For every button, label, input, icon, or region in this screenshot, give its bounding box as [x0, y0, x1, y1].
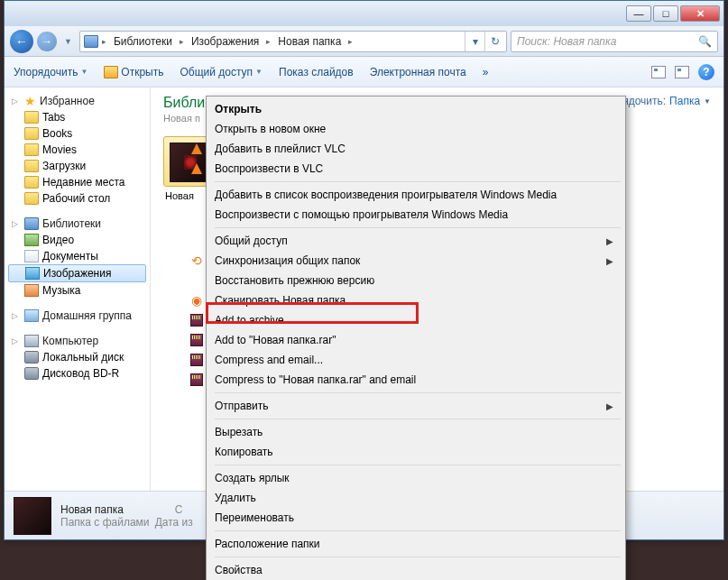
details-thumbnail: [14, 497, 51, 535]
sidebar-item[interactable]: Дисковод BD-R: [5, 365, 150, 382]
back-button[interactable]: ←: [10, 30, 33, 53]
location-icon: [84, 35, 98, 48]
ctx-properties[interactable]: Свойства: [184, 560, 622, 580]
view-options[interactable]: [651, 66, 666, 78]
chevron-right-icon: ▸: [346, 37, 355, 46]
breadcrumb-images[interactable]: Изображения: [186, 32, 264, 51]
document-icon: [24, 250, 39, 262]
sidebar-item[interactable]: Books: [5, 125, 150, 142]
chevron-right-icon: ▸: [264, 37, 272, 46]
overflow-button[interactable]: »: [483, 66, 489, 78]
sidebar-item-images[interactable]: Изображения: [8, 264, 146, 282]
submenu-arrow-icon: ▶: [606, 256, 613, 266]
folder-icon: [24, 160, 39, 172]
disk-icon: [24, 351, 39, 364]
folder-icon: [104, 66, 118, 78]
images-icon: [25, 267, 40, 280]
ctx-copy[interactable]: Копировать: [184, 442, 622, 462]
folder-icon: [24, 143, 39, 156]
homegroup[interactable]: ▷Домашняя группа: [5, 308, 150, 324]
computer-group[interactable]: ▷Компьютер: [5, 333, 150, 349]
chevron-right-icon: ▸: [178, 37, 186, 46]
ctx-add-rar[interactable]: Add to "Новая папка.rar": [184, 330, 622, 350]
winrar-icon: [189, 333, 204, 347]
ctx-create-shortcut[interactable]: Создать ярлык: [184, 468, 622, 488]
ctx-send-to[interactable]: Отправить▶: [184, 396, 622, 416]
ctx-share[interactable]: Общий доступ▶: [184, 231, 622, 251]
sidebar-item[interactable]: Недавние места: [5, 174, 150, 190]
sidebar-item[interactable]: Рабочий стол: [5, 190, 150, 207]
toolbar: Упорядочить▼ Открыть Общий доступ▼ Показ…: [5, 57, 723, 87]
libraries-icon: [24, 217, 39, 230]
context-menu: Открыть Открыть в новом окне Добавить в …: [206, 96, 626, 580]
sidebar-item[interactable]: Локальный диск: [5, 349, 150, 365]
computer-icon: [24, 335, 39, 347]
sync-icon: ⟲: [189, 253, 204, 268]
ctx-open[interactable]: Открыть: [184, 99, 622, 119]
titlebar: — □ ✕: [5, 1, 723, 26]
libraries-group[interactable]: ▷Библиотеки: [5, 216, 150, 232]
ctx-wmp-add[interactable]: Добавить в список воспроизведения проигр…: [184, 185, 622, 205]
sidebar-item[interactable]: Документы: [5, 248, 150, 264]
help-button[interactable]: ?: [698, 64, 714, 80]
chevron-right-icon: ▸: [100, 37, 108, 46]
nav-bar: ← → ▼ ▸ Библиотеки ▸ Изображения ▸ Новая…: [5, 26, 723, 57]
history-dropdown[interactable]: ▼: [60, 37, 76, 46]
antivirus-icon: ◉: [189, 293, 204, 308]
ctx-sync[interactable]: ⟲Синхронизация общих папок▶: [184, 251, 622, 271]
sidebar-item[interactable]: Видео: [5, 232, 150, 248]
minimize-button[interactable]: —: [626, 5, 651, 22]
ctx-vlc-add[interactable]: Добавить в плейлист VLC: [184, 139, 622, 159]
sidebar-item[interactable]: Загрузки: [5, 158, 150, 174]
maximize-button[interactable]: □: [653, 5, 678, 22]
open-button[interactable]: Открыть: [104, 66, 163, 78]
dropdown-icon[interactable]: ▾: [465, 32, 484, 51]
separator: [215, 465, 621, 465]
details-name: Новая папка С: [60, 503, 193, 516]
sidebar-item[interactable]: Tabs: [5, 109, 150, 125]
favorites-group[interactable]: ▷★Избранное: [5, 93, 150, 109]
ctx-delete[interactable]: Удалить: [184, 488, 622, 508]
close-button[interactable]: ✕: [680, 5, 720, 22]
search-input[interactable]: Поиск: Новая папка 🔍: [511, 31, 718, 52]
homegroup-icon: [24, 309, 39, 322]
address-bar[interactable]: ▸ Библиотеки ▸ Изображения ▸ Новая папка…: [79, 31, 507, 52]
ctx-folder-location[interactable]: Расположение папки: [184, 534, 622, 554]
separator: [215, 557, 621, 557]
disc-icon: [24, 367, 39, 380]
music-icon: [24, 284, 39, 297]
winrar-icon: [189, 353, 204, 367]
submenu-arrow-icon: ▶: [606, 401, 613, 411]
ctx-vlc-play[interactable]: Воспроизвести в VLC: [184, 159, 622, 179]
ctx-compress-email[interactable]: Compress and email...: [184, 350, 622, 370]
ctx-rename[interactable]: Переименовать: [184, 508, 622, 528]
ctx-restore[interactable]: Восстановить прежнюю версию: [184, 271, 622, 290]
ctx-wmp-play[interactable]: Воспроизвести с помощью проигрывателя Wi…: [184, 205, 622, 225]
separator: [215, 181, 621, 182]
separator: [215, 227, 621, 228]
organize-menu[interactable]: Упорядочить▼: [14, 66, 88, 78]
ctx-scan[interactable]: ◉Сканировать Новая папка: [184, 290, 622, 310]
navigation-pane: ▷★Избранное Tabs Books Movies Загрузки Н…: [5, 87, 151, 491]
ctx-add-archive[interactable]: Add to archive...: [184, 310, 622, 330]
sidebar-item[interactable]: Movies: [5, 142, 150, 158]
winrar-icon: [189, 313, 204, 327]
folder-icon: [24, 192, 39, 205]
separator: [215, 419, 621, 419]
forward-button[interactable]: →: [37, 32, 57, 51]
separator: [215, 530, 621, 531]
email-button[interactable]: Электронная почта: [370, 66, 466, 78]
refresh-button[interactable]: ↻: [484, 32, 504, 51]
sidebar-item[interactable]: Музыка: [5, 282, 150, 299]
submenu-arrow-icon: ▶: [606, 236, 613, 246]
preview-pane-button[interactable]: [675, 66, 689, 78]
slideshow-button[interactable]: Показ слайдов: [279, 66, 354, 78]
video-icon: [24, 234, 39, 246]
share-menu[interactable]: Общий доступ▼: [180, 66, 263, 78]
ctx-compress-to[interactable]: Compress to "Новая папка.rar" and email: [184, 370, 622, 390]
search-placeholder: Поиск: Новая папка: [517, 35, 616, 48]
breadcrumb-libraries[interactable]: Библиотеки: [108, 32, 178, 51]
breadcrumb-folder[interactable]: Новая папка: [272, 32, 346, 51]
ctx-open-new-window[interactable]: Открыть в новом окне: [184, 119, 622, 139]
ctx-cut[interactable]: Вырезать: [184, 422, 622, 442]
